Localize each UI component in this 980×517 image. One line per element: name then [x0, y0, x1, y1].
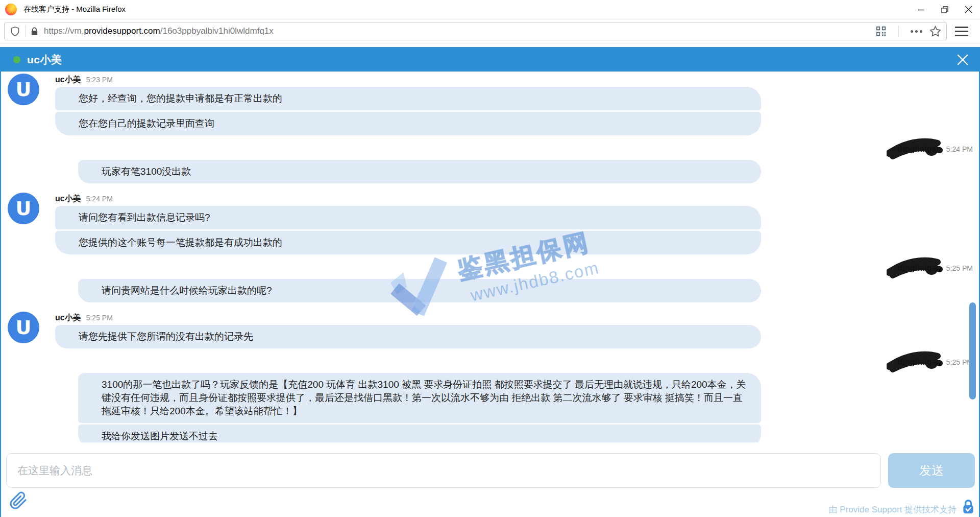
chat-message-bubble: 玩家有笔3100没出款 [78, 160, 761, 183]
close-button[interactable] [957, 0, 980, 19]
send-button[interactable]: 发送 [888, 453, 975, 488]
url-text[interactable]: https://vm.providesupport.com/16o3ppbyal… [44, 26, 871, 36]
user-message-group: dinghaigan 5:24 PM 玩家有笔3100没出款 [1, 143, 979, 183]
chat-message-bubble: 您好，经查询，您的提款申请都是有正常出款的 [55, 87, 761, 110]
chat-message-bubble: 3100的那一笔也出款了吗？玩家反馈的是【充值200 玩体育 出款3100 被黑… [78, 373, 761, 423]
lock-icon [30, 27, 39, 36]
message-author: uc小美 [55, 75, 81, 85]
minimize-icon [918, 6, 925, 13]
message-time: 5:25 PM [86, 314, 113, 322]
firefox-icon [5, 4, 17, 15]
agent-message-group: U uc小美 5:25 PM 请您先提供下您所谓的没有出款的记录先 [1, 312, 979, 348]
message-time: 5:24 PM [946, 145, 973, 153]
attach-file-icon[interactable] [9, 491, 28, 510]
urlbar[interactable]: https://vm.providesupport.com/16o3ppbyal… [4, 22, 947, 40]
chat-message-bubble: 请问贵网站是什么时候给玩家出款的呢? [78, 279, 761, 302]
message-author: dinghaigan [898, 264, 941, 273]
urlbar-divider2 [898, 26, 899, 37]
agent-avatar: U [8, 74, 39, 105]
secure-lock-icon [962, 499, 975, 514]
browser-toolbar: https://vm.providesupport.com/16o3ppbyal… [0, 19, 980, 43]
agent-avatar: U [8, 193, 39, 224]
message-time: 5:25 PM [946, 264, 973, 272]
message-time: 5:23 PM [86, 76, 113, 84]
chat-message-bubble: 请您先提供下您所谓的没有出款的记录先 [55, 325, 761, 348]
page-actions-icon[interactable] [911, 30, 922, 33]
user-message-group: dinghaigan 5:25 PM 3100的那一笔也出款了吗？玩家反馈的是【… [1, 356, 979, 442]
powered-by-text[interactable]: 由 Provide Support 提供技术支持 [829, 504, 957, 515]
message-list[interactable]: U uc小美 5:23 PM 您好，经查询，您的提款申请都是有正常出款的您在您自… [1, 72, 979, 442]
chat-message-bubble: 请问您有看到出款信息记录吗? [55, 206, 761, 229]
tracking-shield-icon[interactable] [10, 26, 20, 37]
close-icon [956, 53, 969, 66]
window-title: 在线客户支持 - Mozilla Firefox [23, 5, 126, 14]
screen: 在线客户支持 - Mozilla Firefox https:/ [0, 0, 980, 517]
message-author: dinghaigan [898, 145, 941, 154]
chat-widget: uc小美 U uc小美 5:23 PM 您好，经查询，您的提款申请都是有正常出款… [0, 47, 980, 517]
chat-close-button[interactable] [955, 53, 970, 67]
agent-message-group: U uc小美 5:23 PM 您好，经查询，您的提款申请都是有正常出款的您在您自… [1, 74, 979, 135]
chat-agent-name: uc小美 [27, 53, 62, 67]
chat-message-bubble: 您在您自己的提款记录里面查询 [55, 112, 761, 135]
restore-icon [941, 6, 949, 14]
scrollbar-thumb[interactable] [969, 302, 976, 400]
message-author: uc小美 [55, 313, 81, 323]
agent-avatar: U [8, 312, 39, 343]
qr-code-icon[interactable] [875, 26, 887, 37]
message-author: dinghaigan [898, 358, 941, 367]
chat-message-bubble: 您提供的这个账号每一笔提款都是有成功出款的 [55, 231, 761, 254]
menu-button[interactable] [955, 27, 968, 36]
minimize-button[interactable] [910, 0, 933, 19]
urlbar-divider [25, 26, 26, 37]
bookmark-star-icon[interactable] [929, 26, 941, 37]
chat-header: uc小美 [1, 48, 979, 72]
chat-input-zone: 发送 由 Provide Support 提供技术支持 [1, 442, 979, 517]
message-input[interactable] [6, 453, 881, 488]
message-time: 5:24 PM [86, 195, 113, 203]
chat-message-bubble: 我给你发送图片发送不过去 [78, 425, 761, 442]
close-icon [965, 6, 972, 13]
maximize-button[interactable] [933, 0, 957, 19]
user-message-group: dinghaigan 5:25 PM 请问贵网站是什么时候给玩家出款的呢? [1, 262, 979, 302]
browser-titlebar: 在线客户支持 - Mozilla Firefox [0, 0, 980, 19]
agent-message-group: U uc小美 5:24 PM 请问您有看到出款信息记录吗?您提供的这个账号每一笔… [1, 193, 979, 254]
message-author: uc小美 [55, 194, 81, 204]
online-status-dot [13, 56, 20, 63]
